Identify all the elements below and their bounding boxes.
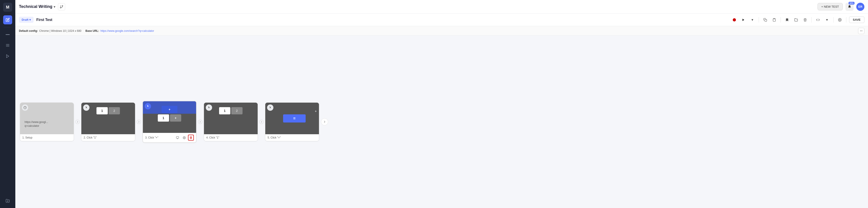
test-name-label: First Test bbox=[36, 18, 52, 22]
sidebar-bottom bbox=[3, 196, 12, 205]
sidebar-item-line[interactable] bbox=[3, 30, 12, 39]
project-chevron-icon: ▾ bbox=[54, 5, 55, 8]
step-4-label: 4. Click "1" bbox=[206, 136, 219, 139]
step-3-btn-1: 1 bbox=[158, 114, 169, 122]
default-config-label: Default config: bbox=[19, 29, 38, 32]
step-1-url: https://www.googl...q=calculator bbox=[25, 120, 48, 128]
base-url-value: https://www.google.com/search?q=calculat… bbox=[100, 29, 154, 32]
step-4-card[interactable]: 1 2 4. Click "1" bbox=[204, 102, 258, 141]
step-5-card[interactable]: = + 5. Click "=" bbox=[265, 102, 319, 141]
branch-button[interactable] bbox=[58, 3, 65, 10]
record-button[interactable] bbox=[731, 16, 738, 24]
copy-button[interactable] bbox=[762, 16, 769, 24]
arrow-2-3 bbox=[135, 120, 143, 124]
settings-button[interactable] bbox=[836, 16, 843, 24]
step-1-icon-row bbox=[22, 105, 28, 111]
svg-point-9 bbox=[733, 18, 736, 22]
step-3-label: 3. Click "+" bbox=[145, 136, 158, 139]
play-options-button[interactable]: ▾ bbox=[749, 16, 756, 24]
svg-rect-12 bbox=[774, 18, 775, 19]
trash-button[interactable] bbox=[802, 16, 809, 24]
svg-point-17 bbox=[137, 120, 141, 124]
step-4-btn-2: 2 bbox=[231, 107, 243, 114]
default-config-value: Chrome | Windows 10 | 1024 x 680 bbox=[39, 29, 81, 32]
step-5-label: 5. Click "=" bbox=[268, 136, 281, 139]
step-3-delete-button[interactable] bbox=[188, 135, 194, 141]
step-2-card[interactable]: 1 2 2. Click "1" bbox=[81, 102, 135, 141]
svg-point-23 bbox=[198, 120, 202, 124]
step-3-btn-plus-highlight: + bbox=[162, 106, 177, 113]
step-3-card[interactable]: + 1 + 3. Click "+" bbox=[143, 101, 196, 143]
config-bar: Default config: Chrome | Windows 10 | 10… bbox=[15, 26, 868, 36]
save-button[interactable]: SAVE bbox=[849, 17, 864, 23]
sidebar-item-folder-settings[interactable] bbox=[3, 196, 12, 205]
step-3-icon bbox=[145, 103, 151, 110]
avatar[interactable]: ER bbox=[856, 3, 864, 11]
sidebar-item-edit[interactable] bbox=[3, 16, 12, 24]
sidebar-item-play[interactable] bbox=[3, 52, 12, 61]
svg-point-5 bbox=[7, 201, 8, 202]
arrow-4-5 bbox=[258, 120, 265, 124]
step-3-actions bbox=[175, 135, 194, 141]
step-3-wrapper: + 1 + 3. Click "+" bbox=[143, 101, 196, 143]
new-test-button[interactable]: + NEW TEST bbox=[817, 3, 843, 10]
bookmark-button[interactable] bbox=[783, 16, 791, 24]
step-3-settings-button[interactable] bbox=[181, 135, 187, 141]
step-5-icon bbox=[267, 105, 273, 111]
step-3-footer: 3. Click "+" bbox=[143, 133, 196, 142]
draft-button[interactable]: Draft ▾ bbox=[19, 17, 34, 23]
step-1-card[interactable]: https://www.googl...q=calculator 1. Setu… bbox=[20, 102, 74, 141]
project-title-button[interactable]: Technical Writing ▾ bbox=[19, 4, 55, 9]
arrow-1-2 bbox=[74, 120, 81, 124]
svg-rect-11 bbox=[765, 20, 767, 22]
svg-point-13 bbox=[839, 20, 840, 20]
step-2-btn-2: 2 bbox=[108, 107, 120, 114]
step-1-icon bbox=[22, 105, 28, 111]
base-url-label: Base URL: bbox=[86, 29, 99, 32]
arrow-3-4 bbox=[196, 120, 204, 124]
main-content: Technical Writing ▾ + NEW TEST 60% ER Dr… bbox=[15, 0, 868, 208]
step-2-footer: 2. Click "1" bbox=[81, 134, 135, 141]
step-5-side-num: + bbox=[315, 110, 317, 113]
step-3-monitor-button[interactable] bbox=[175, 135, 180, 141]
step-4-icon bbox=[206, 105, 212, 111]
notification-wrapper: 60% bbox=[845, 3, 854, 11]
step-5-footer: 5. Click "=" bbox=[265, 134, 319, 141]
step-4-calc-row-1: 1 2 bbox=[206, 107, 255, 114]
svg-point-25 bbox=[259, 120, 264, 124]
step-3-calc-row-1: + bbox=[145, 106, 194, 113]
svg-marker-4 bbox=[6, 55, 9, 58]
svg-marker-10 bbox=[742, 19, 744, 21]
play-chevron-icon: ▾ bbox=[751, 18, 753, 22]
step-3-icon-row bbox=[145, 103, 151, 110]
step-2-icon bbox=[83, 105, 90, 111]
svg-point-15 bbox=[75, 120, 80, 124]
step-4-footer: 4. Click "1" bbox=[204, 134, 258, 141]
sidebar-item-list[interactable] bbox=[3, 41, 12, 50]
svg-point-18 bbox=[147, 105, 148, 106]
code-button[interactable] bbox=[814, 16, 822, 24]
step-2-calc-row-1: 1 2 bbox=[84, 107, 133, 114]
step-5-equals-highlight: = bbox=[283, 114, 306, 122]
svg-point-26 bbox=[270, 107, 270, 107]
folder-button[interactable] bbox=[793, 16, 800, 24]
notification-badge: 60% bbox=[848, 2, 855, 4]
config-more-button[interactable]: ··· bbox=[858, 28, 864, 34]
step-3-btn-plus: + bbox=[170, 114, 181, 122]
svg-rect-19 bbox=[176, 137, 179, 138]
toolbar-divider-3 bbox=[811, 17, 812, 23]
steps-area: https://www.googl...q=calculator 1. Setu… bbox=[15, 36, 868, 208]
step-1-footer: 1. Setup bbox=[20, 134, 74, 141]
sidebar-logo[interactable]: M bbox=[3, 3, 12, 12]
step-1-label: 1. Setup bbox=[22, 136, 32, 139]
steps-scroll-right-button[interactable] bbox=[321, 118, 328, 125]
toolbar: Draft ▾ First Test ▾ bbox=[15, 13, 868, 26]
code-options-button[interactable]: ▾ bbox=[824, 16, 831, 24]
paste-button[interactable] bbox=[771, 16, 778, 24]
play-button[interactable] bbox=[740, 16, 747, 24]
step-4-wrapper: 1 2 4. Click "1" bbox=[204, 102, 258, 141]
project-name: Technical Writing bbox=[19, 4, 52, 9]
code-chevron-icon: ▾ bbox=[826, 18, 828, 22]
step-2-btn-1: 1 bbox=[96, 107, 108, 114]
sidebar: M bbox=[0, 0, 15, 208]
